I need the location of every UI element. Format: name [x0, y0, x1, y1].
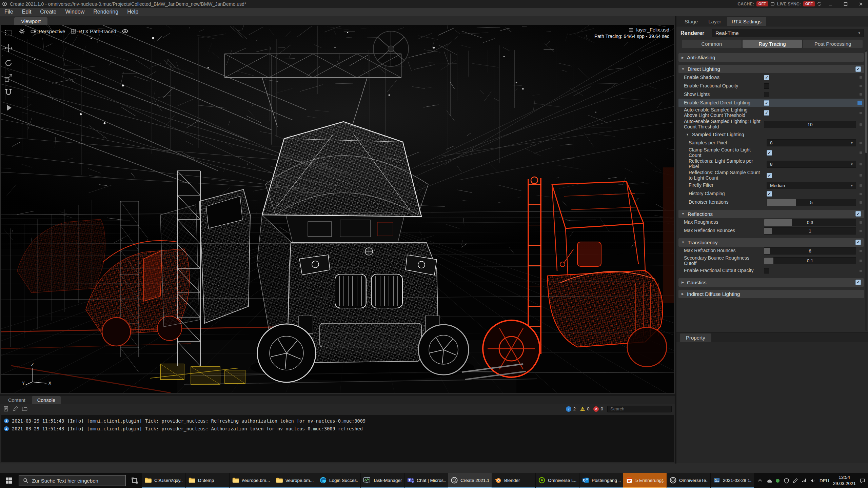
setting-checkbox[interactable]: ✓	[767, 150, 772, 156]
renderer-dropdown[interactable]: Real-Time ▾	[712, 29, 864, 37]
network-icon[interactable]	[801, 478, 807, 484]
taskbar-item-create-2021-1[interactable]: Create 2021.1...	[448, 473, 492, 488]
select-tool[interactable]	[4, 28, 13, 38]
console-search-input[interactable]	[607, 406, 672, 412]
camera-mode-button[interactable]: Perspective	[31, 28, 65, 34]
menu-item-create[interactable]: Create	[36, 9, 61, 15]
section-enable-checkbox[interactable]: ✓	[855, 280, 861, 285]
taskbar-item-posteingang[interactable]: Posteingang ...	[579, 473, 623, 488]
save-log-icon[interactable]	[3, 406, 9, 412]
onedrive-icon[interactable]	[766, 478, 772, 484]
setting-checkbox[interactable]: ✓	[764, 75, 769, 80]
section-header-anti-aliasing[interactable]: ▶Anti-Aliasing	[678, 53, 864, 62]
panel-tab-layer[interactable]: Layer	[704, 17, 726, 26]
taskbar-item-c-users-qxy[interactable]: C:\Users\qxy...	[142, 473, 185, 488]
move-tool[interactable]	[4, 43, 13, 53]
setting-dropdown[interactable]: 8▾	[767, 161, 856, 168]
live-sync-status-badge[interactable]: OFF	[803, 1, 815, 6]
taskbar-item-omniverse-l[interactable]: Omniverse L...	[536, 473, 579, 488]
cache-icon[interactable]	[770, 2, 775, 6]
close-button[interactable]	[854, 0, 867, 8]
pen-icon[interactable]	[792, 478, 798, 484]
setting-slider[interactable]: 6	[764, 247, 856, 255]
taskbar-item-omniversete[interactable]: OmniverseTe...	[667, 473, 710, 488]
taskbar-clock[interactable]: 13:54 29.03.2021	[833, 474, 856, 486]
snap-tool[interactable]	[4, 88, 13, 98]
bottom-tab-content[interactable]: Content	[3, 396, 31, 404]
play-button[interactable]	[4, 103, 13, 113]
setting-slider[interactable]: 5	[767, 199, 856, 206]
setting-slider[interactable]: 1	[764, 227, 856, 235]
setting-slider[interactable]: 0.1	[764, 257, 856, 264]
task-view-button[interactable]	[127, 473, 142, 488]
maximize-button[interactable]	[839, 0, 852, 8]
setting-checkbox[interactable]	[764, 268, 769, 273]
subtab-common[interactable]: Common	[682, 40, 742, 48]
section-header-caustics[interactable]: ▶Caustics✓	[678, 278, 864, 287]
console-log-area[interactable]: i2021-03-29 11:51:43[Info][omni.client.p…	[1, 415, 674, 462]
start-button[interactable]	[0, 473, 17, 488]
render-mode-button[interactable]: RTX Path-traced	[71, 28, 116, 34]
shield-icon[interactable]	[784, 478, 789, 484]
info-filter-badge[interactable]: i2	[566, 406, 576, 412]
setting-checkbox[interactable]: ✓	[767, 173, 772, 178]
volume-icon[interactable]	[810, 478, 816, 484]
bottom-tab-console[interactable]: Console	[32, 396, 61, 404]
menu-item-window[interactable]: Window	[61, 9, 89, 15]
setting-dropdown[interactable]: Median▾	[767, 182, 856, 189]
minimize-button[interactable]	[824, 0, 837, 8]
subtab-ray-tracing[interactable]: Ray Tracing	[743, 40, 802, 48]
section-header-reflections[interactable]: ▼Reflections✓	[678, 210, 864, 218]
taskbar-item-task-manager[interactable]: Task-Manager	[361, 473, 404, 488]
error-filter-badge[interactable]: ×0	[593, 406, 603, 412]
section-enable-checkbox[interactable]: ✓	[855, 240, 861, 245]
scale-tool[interactable]	[4, 73, 13, 83]
section-header-direct-lighting[interactable]: ▼Direct Lighting✓	[678, 65, 864, 73]
live-sync-icon[interactable]	[817, 2, 822, 6]
taskbar-item-blender[interactable]: Blender	[492, 473, 535, 488]
taskbar-item-5-erinnerung[interactable]: 5 Erinnerung(...	[623, 473, 667, 488]
panel-tab-rtx-settings[interactable]: RTX Settings	[727, 17, 766, 26]
subtab-post-processing[interactable]: Post Processing	[803, 40, 863, 48]
edit-log-icon[interactable]	[13, 406, 18, 412]
group-header-sampled-direct-lighting[interactable]: ▼Sampled Direct Lighting	[678, 130, 864, 139]
section-enable-checkbox[interactable]: ✓	[855, 211, 861, 217]
viewport-settings-gear-icon[interactable]	[19, 28, 25, 35]
menu-item-help[interactable]: Help	[123, 9, 143, 15]
green-status-icon[interactable]	[775, 478, 781, 484]
section-enable-checkbox[interactable]: ✓	[855, 66, 861, 72]
taskbar-item-chat-micros[interactable]: Chat | Micros...	[405, 473, 448, 488]
notification-center-icon[interactable]	[860, 478, 865, 484]
setting-checkbox[interactable]	[764, 83, 769, 89]
menu-item-file[interactable]: File	[0, 9, 18, 15]
setting-checkbox[interactable]	[764, 92, 769, 97]
visibility-eye-icon[interactable]	[122, 28, 129, 35]
taskbar-item-europe-bm[interactable]: \\europe.bm...	[273, 473, 317, 488]
setting-number-field[interactable]: 10	[764, 121, 856, 128]
taskbar-item-login-succes[interactable]: Login Succes...	[317, 473, 360, 488]
setting-dropdown[interactable]: 8▾	[767, 139, 856, 146]
layer-menu-icon[interactable]	[629, 27, 634, 33]
taskbar-item-d-temp[interactable]: D:\temp	[186, 473, 229, 488]
setting-checkbox[interactable]: ✓	[764, 100, 769, 106]
changed-value-marker[interactable]	[857, 101, 862, 105]
menu-item-edit[interactable]: Edit	[18, 9, 36, 15]
section-header-indirect-diffuse-lighting[interactable]: ▶Indirect Diffuse Lighting	[678, 290, 864, 298]
taskbar-item-2021-03-29-1[interactable]: 2021-03-29 1...	[711, 473, 754, 488]
taskbar-search[interactable]: Zur Suche Text hier eingeben	[19, 475, 126, 486]
language-indicator[interactable]: DEU	[820, 478, 829, 483]
warning-filter-badge[interactable]: ⚠0	[580, 406, 590, 412]
scrollbar-thumb[interactable]	[865, 52, 867, 153]
taskbar-item-europe-bm[interactable]: \\europe.bm...	[230, 473, 273, 488]
open-log-folder-icon[interactable]	[22, 406, 27, 412]
tray-chevron-up-icon[interactable]	[757, 478, 763, 484]
setting-checkbox[interactable]: ✓	[767, 191, 772, 197]
rotate-tool[interactable]	[4, 58, 13, 68]
viewport-canvas[interactable]: Perspective RTX Path-traced layer_Felix.…	[1, 25, 674, 393]
cache-status-badge[interactable]: OFF	[756, 1, 768, 6]
panel-tab-stage[interactable]: Stage	[680, 17, 703, 26]
viewport-tab[interactable]: Viewport	[14, 17, 47, 25]
section-header-translucency[interactable]: ▼Translucency✓	[678, 238, 864, 247]
settings-scrollbar[interactable]	[865, 50, 867, 331]
property-tab[interactable]: Property	[680, 333, 711, 342]
